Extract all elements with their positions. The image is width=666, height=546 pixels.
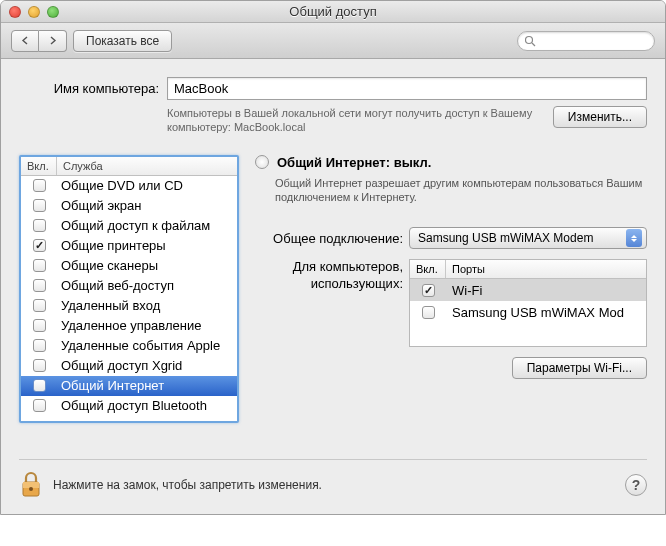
search-icon xyxy=(524,35,536,47)
connection-row: Общее подключение: Samsung USB mWiMAX Mo… xyxy=(255,227,647,249)
status-row: Общий Интернет: выкл. xyxy=(255,155,647,170)
service-label: Общие сканеры xyxy=(57,258,237,273)
ports-body: Wi-FiSamsung USB mWiMAX Mod xyxy=(410,279,646,323)
service-row[interactable]: Общие DVD или CD xyxy=(21,176,237,196)
connection-value: Samsung USB mWiMAX Modem xyxy=(418,231,593,245)
services-list[interactable]: Вкл. Служба Общие DVD или CDОбщий экранО… xyxy=(19,155,239,423)
svg-point-4 xyxy=(29,487,33,491)
service-checkbox[interactable] xyxy=(33,179,46,192)
service-checkbox[interactable] xyxy=(33,219,46,232)
service-row[interactable]: Общий доступ к файлам xyxy=(21,216,237,236)
computer-name-hint: Компьютеры в Вашей локальной сети могут … xyxy=(167,106,537,135)
service-label: Общие DVD или CD xyxy=(57,178,237,193)
search-field[interactable] xyxy=(517,31,655,51)
ports-row: Для компьютеров, использующих: Вкл. Порт… xyxy=(255,259,647,347)
ports-table[interactable]: Вкл. Порты Wi-FiSamsung USB mWiMAX Mod xyxy=(409,259,647,347)
main-row: Вкл. Служба Общие DVD или CDОбщий экранО… xyxy=(19,155,647,423)
service-checkbox[interactable] xyxy=(33,379,46,392)
service-row[interactable]: Удаленные события Apple xyxy=(21,336,237,356)
service-checkbox[interactable] xyxy=(33,359,46,372)
port-row[interactable]: Samsung USB mWiMAX Mod xyxy=(410,301,646,323)
content-area: Имя компьютера: Компьютеры в Вашей локал… xyxy=(1,59,665,514)
service-checkbox[interactable] xyxy=(33,319,46,332)
footer: Нажмите на замок, чтобы запретить измене… xyxy=(19,459,647,500)
connection-label: Общее подключение: xyxy=(255,231,403,246)
service-label: Общие принтеры xyxy=(57,238,237,253)
svg-line-1 xyxy=(532,43,535,46)
computer-name-label: Имя компьютера: xyxy=(19,77,159,96)
detail-pane: Общий Интернет: выкл. Общий Интернет раз… xyxy=(255,155,647,423)
service-row[interactable]: Общий доступ Xgrid xyxy=(21,356,237,376)
popup-arrows-icon xyxy=(626,229,642,247)
svg-point-0 xyxy=(526,36,533,43)
forward-button[interactable] xyxy=(39,30,67,52)
service-label: Общий доступ Bluetooth xyxy=(57,398,237,413)
service-checkbox[interactable] xyxy=(33,279,46,292)
connection-popup[interactable]: Samsung USB mWiMAX Modem xyxy=(409,227,647,249)
computer-name-input[interactable] xyxy=(167,77,647,100)
edit-hostname-button[interactable]: Изменить... xyxy=(553,106,647,128)
service-checkbox[interactable] xyxy=(33,339,46,352)
service-row[interactable]: Общие принтеры xyxy=(21,236,237,256)
window-title: Общий доступ xyxy=(1,4,665,19)
service-row[interactable]: Удаленное управление xyxy=(21,316,237,336)
ports-header-on: Вкл. xyxy=(410,260,446,278)
status-text: Общий Интернет: выкл. xyxy=(277,155,431,170)
ports-label: Для компьютеров, использующих: xyxy=(255,259,403,293)
service-row[interactable]: Общий Интернет xyxy=(21,376,237,396)
prefs-window: Общий доступ Показать все Имя компьютера… xyxy=(0,0,666,515)
titlebar: Общий доступ xyxy=(1,1,665,23)
port-label: Wi-Fi xyxy=(446,283,646,298)
search-input[interactable] xyxy=(540,35,648,47)
ports-header: Вкл. Порты xyxy=(410,260,646,279)
hint-row: Компьютеры в Вашей локальной сети могут … xyxy=(19,106,647,135)
service-label: Удаленное управление xyxy=(57,318,237,333)
toolbar: Показать все xyxy=(1,23,665,59)
service-label: Общий веб-доступ xyxy=(57,278,237,293)
service-row[interactable]: Общий экран xyxy=(21,196,237,216)
service-checkbox[interactable] xyxy=(33,239,46,252)
port-label: Samsung USB mWiMAX Mod xyxy=(446,305,646,320)
service-label: Общий Интернет xyxy=(57,378,237,393)
service-checkbox[interactable] xyxy=(33,399,46,412)
service-row[interactable]: Общий доступ Bluetooth xyxy=(21,396,237,416)
help-button[interactable]: ? xyxy=(625,474,647,496)
services-header-service: Служба xyxy=(57,157,237,175)
status-radio-icon[interactable] xyxy=(255,155,269,169)
nav-segment xyxy=(11,30,67,52)
port-row[interactable]: Wi-Fi xyxy=(410,279,646,301)
service-label: Общий доступ к файлам xyxy=(57,218,237,233)
wifi-options-button[interactable]: Параметры Wi-Fi... xyxy=(512,357,647,379)
service-label: Удаленные события Apple xyxy=(57,338,237,353)
show-all-button[interactable]: Показать все xyxy=(73,30,172,52)
service-label: Общий доступ Xgrid xyxy=(57,358,237,373)
lock-text: Нажмите на замок, чтобы запретить измене… xyxy=(53,478,322,492)
services-header-on: Вкл. xyxy=(21,157,57,175)
port-checkbox[interactable] xyxy=(422,306,435,319)
service-row[interactable]: Удаленный вход xyxy=(21,296,237,316)
status-description: Общий Интернет разрешает другим компьюте… xyxy=(275,176,647,206)
computer-name-row: Имя компьютера: xyxy=(19,77,647,100)
service-checkbox[interactable] xyxy=(33,199,46,212)
service-checkbox[interactable] xyxy=(33,259,46,272)
service-label: Общий экран xyxy=(57,198,237,213)
lock-icon[interactable] xyxy=(19,470,43,500)
service-row[interactable]: Общий веб-доступ xyxy=(21,276,237,296)
service-checkbox[interactable] xyxy=(33,299,46,312)
port-checkbox[interactable] xyxy=(422,284,435,297)
back-button[interactable] xyxy=(11,30,39,52)
services-header: Вкл. Служба xyxy=(21,157,237,176)
ports-header-ports: Порты xyxy=(446,260,646,278)
service-row[interactable]: Общие сканеры xyxy=(21,256,237,276)
service-label: Удаленный вход xyxy=(57,298,237,313)
services-body: Общие DVD или CDОбщий экранОбщий доступ … xyxy=(21,176,237,416)
